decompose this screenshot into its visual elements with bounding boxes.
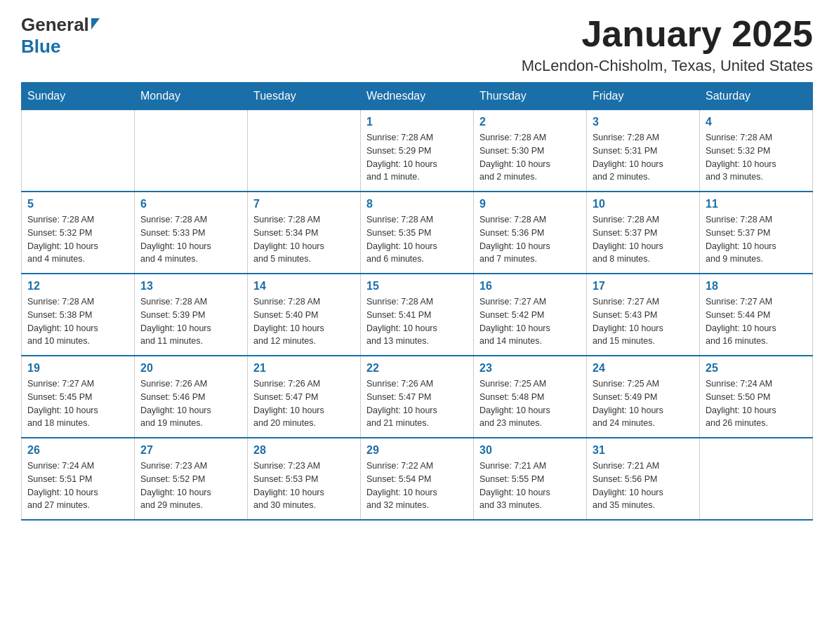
day-number: 16: [479, 280, 581, 293]
logo-blue-text: Blue: [21, 36, 60, 58]
day-cell: 30Sunrise: 7:21 AMSunset: 5:55 PMDayligh…: [474, 438, 587, 520]
week-row-3: 19Sunrise: 7:27 AMSunset: 5:45 PMDayligh…: [22, 356, 813, 438]
day-cell: 5Sunrise: 7:28 AMSunset: 5:32 PMDaylight…: [22, 192, 135, 274]
day-info: Sunrise: 7:28 AMSunset: 5:37 PMDaylight:…: [706, 213, 807, 266]
day-info: Sunrise: 7:24 AMSunset: 5:50 PMDaylight:…: [706, 377, 807, 430]
day-number: 28: [253, 444, 355, 457]
calendar-header: SundayMondayTuesdayWednesdayThursdayFrid…: [22, 83, 813, 110]
title-area: January 2025 McLendon-Chisholm, Texas, U…: [522, 14, 813, 75]
week-row-1: 5Sunrise: 7:28 AMSunset: 5:32 PMDaylight…: [22, 192, 813, 274]
day-cell: 18Sunrise: 7:27 AMSunset: 5:44 PMDayligh…: [700, 274, 813, 356]
header-row: SundayMondayTuesdayWednesdayThursdayFrid…: [22, 83, 813, 110]
day-info: Sunrise: 7:28 AMSunset: 5:39 PMDaylight:…: [140, 295, 241, 348]
day-number: 22: [366, 362, 468, 375]
day-number: 15: [366, 280, 468, 293]
day-cell: 15Sunrise: 7:28 AMSunset: 5:41 PMDayligh…: [361, 274, 474, 356]
day-cell: [135, 110, 248, 192]
day-number: 17: [593, 280, 694, 293]
day-info: Sunrise: 7:28 AMSunset: 5:41 PMDaylight:…: [366, 295, 468, 348]
day-info: Sunrise: 7:27 AMSunset: 5:45 PMDaylight:…: [27, 377, 128, 430]
logo-general-text: General: [21, 14, 89, 36]
day-info: Sunrise: 7:27 AMSunset: 5:43 PMDaylight:…: [593, 295, 694, 348]
day-cell: 4Sunrise: 7:28 AMSunset: 5:32 PMDaylight…: [700, 110, 813, 192]
header-cell-sunday: Sunday: [22, 83, 135, 110]
day-info: Sunrise: 7:28 AMSunset: 5:32 PMDaylight:…: [706, 131, 807, 184]
day-number: 14: [253, 280, 355, 293]
day-cell: 1Sunrise: 7:28 AMSunset: 5:29 PMDaylight…: [361, 110, 474, 192]
day-number: 21: [253, 362, 355, 375]
day-number: 9: [479, 198, 581, 210]
day-info: Sunrise: 7:28 AMSunset: 5:40 PMDaylight:…: [253, 295, 355, 348]
day-cell: 12Sunrise: 7:28 AMSunset: 5:38 PMDayligh…: [22, 274, 135, 356]
day-cell: 24Sunrise: 7:25 AMSunset: 5:49 PMDayligh…: [587, 356, 700, 438]
day-number: 10: [593, 198, 694, 210]
day-cell: 17Sunrise: 7:27 AMSunset: 5:43 PMDayligh…: [587, 274, 700, 356]
day-number: 19: [27, 362, 128, 375]
calendar-table: SundayMondayTuesdayWednesdayThursdayFrid…: [21, 82, 813, 521]
calendar-body: 1Sunrise: 7:28 AMSunset: 5:29 PMDaylight…: [22, 110, 813, 521]
day-number: 11: [706, 198, 807, 210]
day-number: 6: [140, 198, 241, 210]
day-cell: [700, 438, 813, 520]
day-number: 30: [479, 444, 581, 457]
day-number: 1: [366, 116, 468, 128]
logo-triangle-icon: [91, 18, 100, 29]
day-cell: 10Sunrise: 7:28 AMSunset: 5:37 PMDayligh…: [587, 192, 700, 274]
day-number: 7: [253, 198, 355, 210]
day-cell: 3Sunrise: 7:28 AMSunset: 5:31 PMDaylight…: [587, 110, 700, 192]
day-cell: 23Sunrise: 7:25 AMSunset: 5:48 PMDayligh…: [474, 356, 587, 438]
day-info: Sunrise: 7:28 AMSunset: 5:38 PMDaylight:…: [27, 295, 128, 348]
day-cell: 20Sunrise: 7:26 AMSunset: 5:46 PMDayligh…: [135, 356, 248, 438]
day-info: Sunrise: 7:23 AMSunset: 5:52 PMDaylight:…: [140, 459, 241, 512]
day-info: Sunrise: 7:28 AMSunset: 5:31 PMDaylight:…: [593, 131, 694, 184]
day-info: Sunrise: 7:21 AMSunset: 5:56 PMDaylight:…: [593, 459, 694, 512]
day-info: Sunrise: 7:27 AMSunset: 5:44 PMDaylight:…: [706, 295, 807, 348]
header-cell-thursday: Thursday: [474, 83, 587, 110]
day-info: Sunrise: 7:28 AMSunset: 5:30 PMDaylight:…: [479, 131, 581, 184]
day-number: 25: [706, 362, 807, 375]
week-row-4: 26Sunrise: 7:24 AMSunset: 5:51 PMDayligh…: [22, 438, 813, 520]
day-number: 5: [27, 198, 128, 210]
header-cell-tuesday: Tuesday: [248, 83, 361, 110]
day-cell: 7Sunrise: 7:28 AMSunset: 5:34 PMDaylight…: [248, 192, 361, 274]
day-info: Sunrise: 7:26 AMSunset: 5:47 PMDaylight:…: [253, 377, 355, 430]
header-cell-friday: Friday: [587, 83, 700, 110]
day-cell: 26Sunrise: 7:24 AMSunset: 5:51 PMDayligh…: [22, 438, 135, 520]
day-number: 31: [593, 444, 694, 457]
day-info: Sunrise: 7:25 AMSunset: 5:48 PMDaylight:…: [479, 377, 581, 430]
day-cell: 11Sunrise: 7:28 AMSunset: 5:37 PMDayligh…: [700, 192, 813, 274]
day-cell: 13Sunrise: 7:28 AMSunset: 5:39 PMDayligh…: [135, 274, 248, 356]
day-number: 12: [27, 280, 128, 293]
day-number: 20: [140, 362, 241, 375]
day-number: 18: [706, 280, 807, 293]
day-cell: 22Sunrise: 7:26 AMSunset: 5:47 PMDayligh…: [361, 356, 474, 438]
day-number: 3: [593, 116, 694, 128]
page-header: General Blue January 2025 McLendon-Chish…: [21, 14, 813, 75]
day-info: Sunrise: 7:28 AMSunset: 5:33 PMDaylight:…: [140, 213, 241, 266]
day-info: Sunrise: 7:21 AMSunset: 5:55 PMDaylight:…: [479, 459, 581, 512]
day-info: Sunrise: 7:28 AMSunset: 5:34 PMDaylight:…: [253, 213, 355, 266]
day-number: 23: [479, 362, 581, 375]
logo-area: General Blue: [21, 14, 100, 58]
week-row-2: 12Sunrise: 7:28 AMSunset: 5:38 PMDayligh…: [22, 274, 813, 356]
day-number: 2: [479, 116, 581, 128]
day-cell: 19Sunrise: 7:27 AMSunset: 5:45 PMDayligh…: [22, 356, 135, 438]
day-info: Sunrise: 7:28 AMSunset: 5:35 PMDaylight:…: [366, 213, 468, 266]
calendar-subtitle: McLendon-Chisholm, Texas, United States: [522, 57, 813, 75]
day-info: Sunrise: 7:28 AMSunset: 5:32 PMDaylight:…: [27, 213, 128, 266]
day-cell: 31Sunrise: 7:21 AMSunset: 5:56 PMDayligh…: [587, 438, 700, 520]
day-cell: 2Sunrise: 7:28 AMSunset: 5:30 PMDaylight…: [474, 110, 587, 192]
day-cell: 21Sunrise: 7:26 AMSunset: 5:47 PMDayligh…: [248, 356, 361, 438]
logo: General: [21, 14, 100, 36]
day-cell: [22, 110, 135, 192]
day-info: Sunrise: 7:23 AMSunset: 5:53 PMDaylight:…: [253, 459, 355, 512]
day-info: Sunrise: 7:24 AMSunset: 5:51 PMDaylight:…: [27, 459, 128, 512]
day-number: 24: [593, 362, 694, 375]
header-cell-monday: Monday: [135, 83, 248, 110]
day-cell: 9Sunrise: 7:28 AMSunset: 5:36 PMDaylight…: [474, 192, 587, 274]
day-cell: 28Sunrise: 7:23 AMSunset: 5:53 PMDayligh…: [248, 438, 361, 520]
day-cell: [248, 110, 361, 192]
day-cell: 25Sunrise: 7:24 AMSunset: 5:50 PMDayligh…: [700, 356, 813, 438]
header-cell-wednesday: Wednesday: [361, 83, 474, 110]
day-info: Sunrise: 7:26 AMSunset: 5:46 PMDaylight:…: [140, 377, 241, 430]
